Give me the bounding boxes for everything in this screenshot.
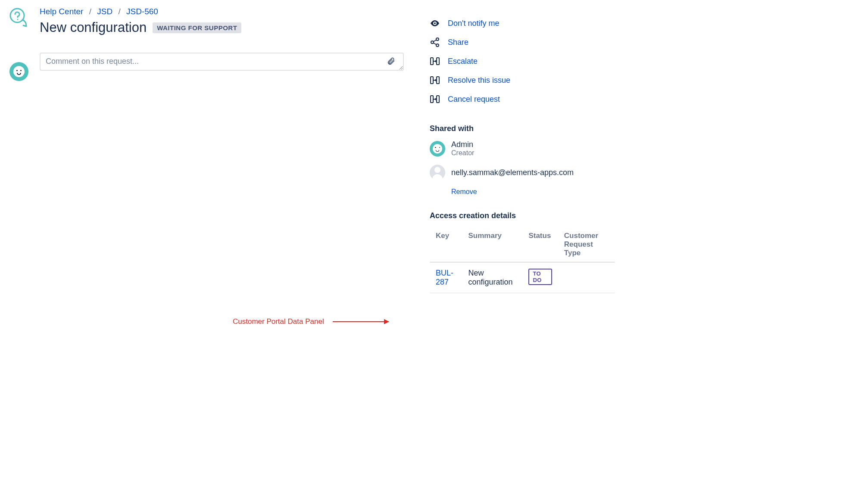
action-share[interactable]: Share	[430, 33, 615, 52]
user-role: Creator	[451, 149, 474, 157]
comment-input[interactable]	[40, 53, 404, 71]
share-icon	[430, 37, 440, 47]
details-heading: Access creation details	[430, 211, 615, 220]
column-key: Key	[430, 227, 462, 262]
action-dont-notify[interactable]: Don't notify me	[430, 14, 615, 33]
transition-icon	[430, 94, 440, 104]
shared-user-creator: Admin Creator	[430, 140, 615, 157]
action-resolve[interactable]: Resolve this issue	[430, 71, 615, 90]
breadcrumb-project[interactable]: JSD	[97, 7, 112, 16]
svg-rect-7	[431, 58, 433, 65]
action-link[interactable]: Resolve this issue	[448, 76, 510, 85]
linked-issue-status-badge: TO DO	[528, 269, 552, 285]
page-title: New configuration	[40, 20, 147, 35]
svg-point-2	[436, 38, 439, 41]
user-avatar	[430, 141, 445, 157]
svg-point-1	[17, 19, 19, 20]
breadcrumb-key[interactable]: JSD-560	[126, 7, 158, 16]
column-request-type: Customer Request Type	[558, 227, 615, 262]
breadcrumb-separator: /	[89, 7, 91, 16]
svg-rect-9	[431, 77, 433, 84]
table-row: BUL-287 New configuration TO DO	[430, 262, 615, 293]
user-email: nelly.sammak@elements-apps.com	[451, 168, 574, 177]
action-escalate[interactable]: Escalate	[430, 52, 615, 71]
action-link[interactable]: Share	[448, 38, 468, 47]
breadcrumb-help-center[interactable]: Help Center	[40, 7, 83, 16]
svg-rect-12	[437, 96, 439, 103]
svg-point-4	[436, 44, 439, 47]
status-badge: WAITING FOR SUPPORT	[153, 22, 241, 33]
column-status: Status	[522, 227, 558, 262]
svg-line-5	[434, 40, 437, 42]
linked-issue-key[interactable]: BUL-287	[436, 269, 453, 286]
action-link[interactable]: Cancel request	[448, 95, 500, 104]
svg-point-3	[431, 41, 434, 44]
shared-user-participant: nelly.sammak@elements-apps.com	[430, 165, 615, 180]
action-cancel[interactable]: Cancel request	[430, 90, 615, 109]
svg-line-6	[434, 43, 437, 45]
transition-icon	[430, 56, 440, 66]
transition-icon	[430, 75, 440, 85]
remove-participant-link[interactable]: Remove	[451, 188, 477, 196]
help-center-icon	[9, 7, 29, 28]
user-avatar-generic	[430, 165, 445, 180]
linked-issue-summary: New configuration	[462, 262, 522, 293]
shared-with-heading: Shared with	[430, 124, 615, 133]
svg-rect-10	[437, 77, 439, 84]
action-link[interactable]: Escalate	[448, 57, 478, 66]
linked-issue-request-type	[558, 262, 615, 293]
attachment-icon[interactable]	[387, 57, 395, 66]
column-summary: Summary	[462, 227, 522, 262]
breadcrumb-separator: /	[118, 7, 120, 16]
action-link[interactable]: Don't notify me	[448, 19, 500, 28]
breadcrumb: Help Center / JSD / JSD-560	[40, 7, 404, 16]
svg-rect-8	[437, 58, 439, 65]
svg-rect-11	[431, 96, 433, 103]
user-name: Admin	[451, 140, 474, 149]
details-table: Key Summary Status Customer Request Type…	[430, 227, 615, 293]
current-user-avatar	[9, 62, 28, 81]
eye-icon	[430, 18, 440, 28]
